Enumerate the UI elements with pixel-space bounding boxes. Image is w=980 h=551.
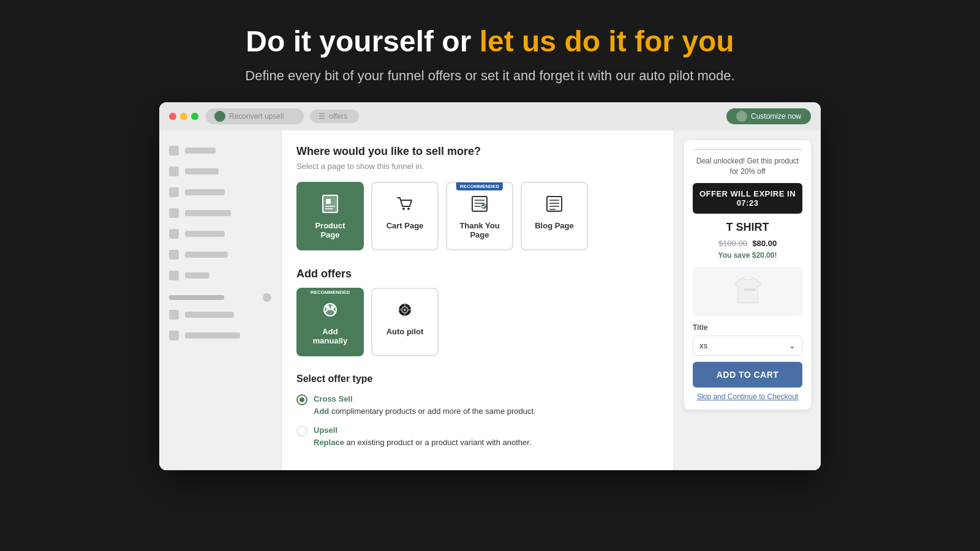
page-card-blog[interactable]: Blog Page (521, 182, 588, 250)
sidebar-section-label (159, 286, 281, 304)
sidebar-item-point-of-sale[interactable] (159, 325, 281, 346)
cart-page-icon (394, 193, 416, 215)
browser-tab-pill[interactable]: ☰ offers (310, 110, 359, 123)
sidebar-discounts-label (185, 252, 228, 258)
browser-window: Reconvert upsell ☰ offers Customize now (159, 102, 821, 470)
online-store-icon (169, 310, 179, 320)
offer-card-manual[interactable]: RECOMMENDED Add manually (296, 288, 364, 356)
sidebar-item-analytics[interactable] (159, 223, 281, 244)
deal-card: Deal unlocked! Get this product for 20% … (684, 140, 811, 410)
svg-point-4 (402, 208, 405, 210)
product-name: T SHIRT (693, 221, 802, 234)
sidebar-item-orders[interactable] (159, 161, 281, 182)
title-label: Title (693, 323, 802, 332)
sidebar-customers-label (185, 210, 231, 216)
right-panel: Deal unlocked! Get this product for 20% … (674, 130, 821, 470)
customize-now-button[interactable]: Customize now (726, 108, 811, 124)
cart-page-label: Cart Page (386, 221, 424, 230)
svg-point-18 (331, 305, 334, 309)
price-row: $100.00 $80.00 (693, 238, 802, 249)
recommended-badge-thank-you: RECOMMENDED (456, 182, 503, 190)
sidebar-sales-label (185, 272, 209, 279)
upsell-option[interactable]: Upsell Replace an existing product or a … (296, 424, 659, 448)
deal-divider (693, 149, 802, 150)
offer-cards-row: RECOMMENDED Add manually (296, 288, 659, 356)
deal-unlock-text: Deal unlocked! Get this product for 20% … (693, 156, 802, 177)
close-dot[interactable] (169, 113, 176, 120)
page-type-cards: Product Page Cart Page RECOMMEN (296, 182, 659, 250)
products-icon (169, 187, 179, 197)
size-select[interactable]: xs ⌄ (693, 335, 802, 356)
action-circle-icon (736, 111, 747, 122)
browser-body: Where would you like to sell more? Selec… (159, 130, 821, 470)
sidebar-item-home[interactable] (159, 140, 281, 161)
sidebar-online-store-label (185, 312, 234, 318)
svg-text:BRAND: BRAND (744, 287, 756, 291)
cross-sell-add: Add complimentary products or add more o… (314, 407, 536, 416)
logo-circle-icon (214, 111, 225, 122)
section-collapse-icon[interactable] (263, 293, 271, 302)
browser-toolbar: Reconvert upsell ☰ offers Customize now (159, 102, 821, 130)
where-to-sell-title: Where would you like to sell more? (296, 145, 659, 158)
sidebar-item-products[interactable] (159, 182, 281, 203)
sidebar-pos-label (185, 332, 240, 339)
minimize-dot[interactable] (180, 113, 187, 120)
recommended-badge-manual: RECOMMENDED (307, 288, 353, 296)
blog-page-label: Blog Page (535, 221, 574, 230)
sidebar-item-sales[interactable] (159, 265, 281, 286)
price-save: You save $20.00! (693, 251, 802, 260)
add-offers-title: Add offers (296, 268, 659, 280)
offer-type-title: Select offer type (296, 373, 659, 384)
cross-sell-radio[interactable] (296, 394, 307, 405)
analytics-icon (169, 229, 179, 239)
tab-label: offers (329, 112, 347, 121)
page-card-cart[interactable]: Cart Page (371, 182, 439, 250)
add-manually-icon (319, 299, 341, 321)
sidebar (159, 130, 282, 470)
cross-sell-text: Cross Sell Add complimentary products or… (314, 393, 536, 417)
product-page-icon (319, 193, 341, 215)
skip-checkout-link[interactable]: Skip and Continue to Checkout (693, 392, 802, 401)
size-value: xs (699, 341, 707, 350)
cross-sell-label: Cross Sell (314, 394, 353, 403)
maximize-dot[interactable] (191, 113, 198, 120)
price-sale: $80.00 (752, 239, 777, 248)
customers-icon (169, 208, 179, 218)
sales-icon (169, 271, 179, 280)
page-card-product[interactable]: Product Page (296, 182, 364, 250)
offer-expire-button: OFFER WILL EXPIRE IN 07:23 (693, 183, 802, 214)
where-to-sell-subtitle: Select a page to show this funnel in. (296, 162, 659, 171)
sidebar-home-label (185, 148, 216, 154)
pos-icon (169, 331, 179, 340)
tshirt-svg: BRAND (729, 273, 766, 310)
home-icon (169, 146, 179, 156)
blog-page-icon (543, 193, 565, 215)
page-card-thank-you[interactable]: RECOMMENDED Thank You Page (446, 182, 513, 250)
discounts-icon (169, 250, 179, 260)
add-to-cart-button[interactable]: ADD TO CART (693, 362, 802, 388)
upsell-text: Upsell Replace an existing product or a … (314, 424, 532, 448)
browser-url-area: Reconvert upsell ☰ offers (206, 108, 719, 124)
svg-point-17 (326, 305, 330, 309)
sidebar-item-online-store[interactable] (159, 304, 281, 325)
upsell-radio[interactable] (296, 425, 307, 437)
offer-card-autopilot[interactable]: Auto pilot (371, 288, 439, 356)
product-image: BRAND (693, 267, 802, 316)
thank-you-page-icon (469, 193, 491, 215)
hero-heading: Do it yourself or let us do it for you (246, 24, 734, 58)
browser-dots (169, 113, 198, 120)
sidebar-item-discounts[interactable] (159, 244, 281, 265)
product-page-label: Product Page (307, 221, 353, 239)
price-original: $100.00 (718, 239, 747, 248)
cross-sell-option[interactable]: Cross Sell Add complimentary products or… (296, 393, 659, 417)
section-label-text (169, 295, 224, 300)
thank-you-page-label: Thank You Page (457, 221, 502, 239)
sidebar-analytics-label (185, 231, 225, 237)
sidebar-orders-label (185, 168, 219, 174)
logo-label: Reconvert upsell (229, 112, 284, 121)
sidebar-item-customers[interactable] (159, 203, 281, 223)
hero-subtext: Define every bit of your funnel offers o… (245, 68, 734, 84)
auto-pilot-label: Auto pilot (386, 327, 424, 336)
hero-heading-highlight: let us do it for you (480, 25, 734, 58)
svg-rect-1 (326, 199, 331, 204)
